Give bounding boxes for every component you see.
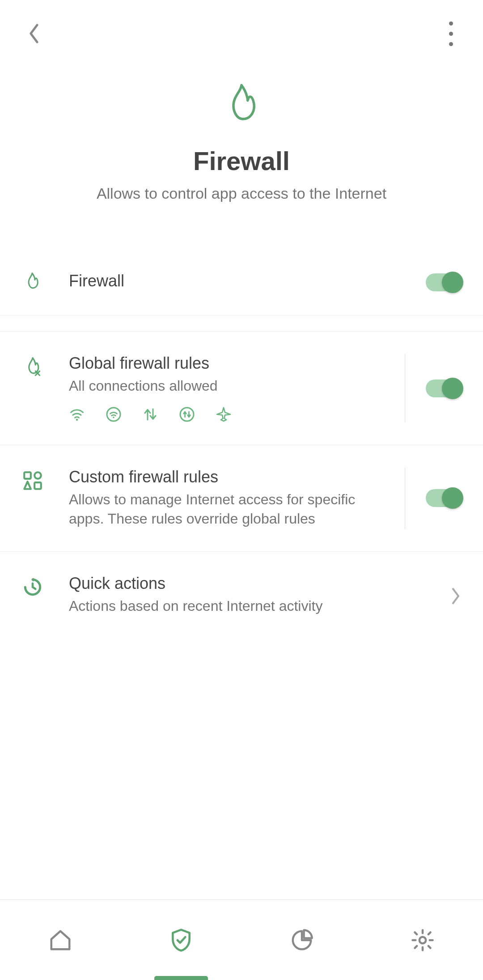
row-icon [21,354,48,378]
bottom-nav [0,899,483,980]
airplane-icon [216,406,232,422]
row-main: Quick actions Actions based on recent In… [48,574,436,616]
row-firewall-master[interactable]: Firewall [0,247,483,315]
row-global-rules[interactable]: Global firewall rules All connections al… [0,332,483,445]
row-subtitle: All connections allowed [69,376,391,396]
pie-chart-icon [290,928,314,952]
svg-point-2 [113,417,114,418]
svg-point-7 [419,937,426,943]
nav-settings[interactable] [362,900,483,980]
firewall-toggle[interactable] [426,273,462,291]
svg-rect-6 [34,482,41,489]
roaming-icon [179,406,195,422]
fire-icon [217,81,266,130]
page-title: Firewall [18,146,465,176]
row-main: Firewall [48,272,412,290]
row-title: Quick actions [69,574,436,593]
row-title: Custom firewall rules [69,468,391,486]
back-button[interactable] [24,24,44,43]
page-subtitle: Allows to control app access to the Inte… [18,185,465,202]
gear-icon [411,928,435,952]
nav-protection[interactable] [121,900,242,980]
settings-list: Firewall Global firewall rules All conne… [0,247,483,638]
row-quick-actions[interactable]: Quick actions Actions based on recent In… [0,552,483,638]
row-right [405,354,462,422]
hero: Firewall Allows to control app access to… [0,67,483,247]
wifi-icon [69,406,85,422]
firewall-screen: Firewall Allows to control app access to… [0,0,483,980]
row-main: Global firewall rules All connections al… [48,354,391,422]
shield-check-icon [169,928,194,953]
row-right [436,584,462,605]
nav-home[interactable] [0,900,121,980]
row-icon [21,269,48,293]
global-rules-toggle[interactable] [426,379,462,397]
chevron-right-icon [450,587,462,605]
svg-point-0 [76,419,78,421]
row-right [405,468,462,528]
hero-icon-wrap [18,81,465,130]
row-icon [21,468,48,492]
svg-point-3 [180,408,194,421]
row-icon [21,574,48,598]
row-subtitle: Actions based on recent Internet activit… [69,597,436,616]
row-title: Global firewall rules [69,354,391,373]
mobile-data-icon [142,406,158,422]
wifi-circle-icon [106,406,122,422]
nav-stats[interactable] [242,900,362,980]
fire-x-icon [21,356,44,378]
shapes-grid-icon [21,469,44,492]
row-right [412,271,462,291]
row-title: Firewall [69,272,412,290]
overflow-menu-button[interactable] [441,24,461,43]
svg-rect-4 [24,472,31,479]
home-icon [48,928,72,952]
custom-rules-toggle[interactable] [426,489,462,507]
row-subtitle: Allows to manage Internet access for spe… [69,490,391,528]
row-custom-rules[interactable]: Custom firewall rules Allows to manage I… [0,445,483,551]
fire-icon [21,271,43,293]
more-vert-icon [449,21,453,46]
clock-refresh-icon [21,576,44,598]
svg-point-5 [34,472,41,479]
chevron-left-icon [27,23,41,44]
connection-type-icons [69,406,391,422]
row-main: Custom firewall rules Allows to manage I… [48,468,391,528]
spacer [0,315,483,332]
top-bar [0,0,483,67]
